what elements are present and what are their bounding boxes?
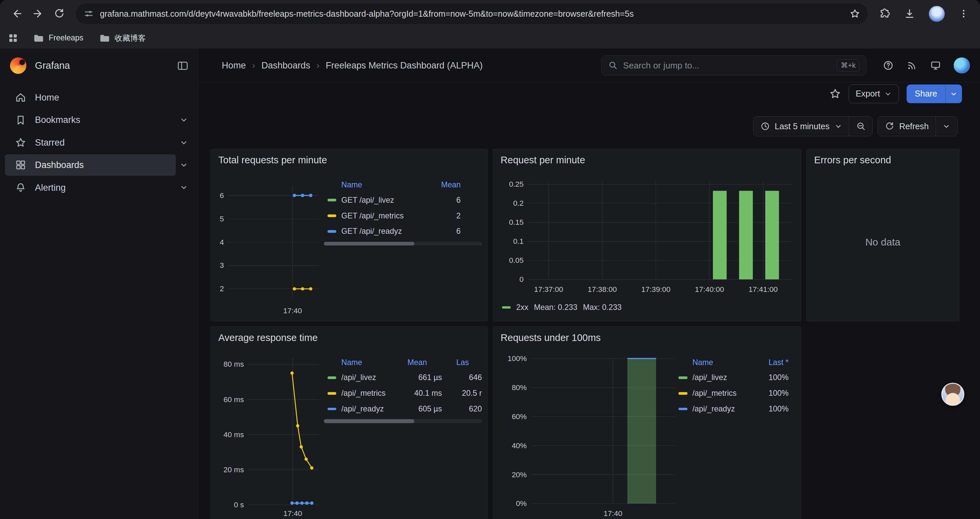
- bookmark-folder-freeleaps[interactable]: Freeleaps: [34, 34, 83, 42]
- column-header-mean[interactable]: Mean: [423, 180, 461, 189]
- column-header-last[interactable]: Las: [432, 358, 482, 367]
- sidebar-item-alerting[interactable]: Alerting: [5, 177, 176, 198]
- panel-title[interactable]: Total requests per minute: [211, 149, 334, 172]
- sidebar-item-dashboards[interactable]: Dashboards: [5, 154, 176, 176]
- search-box[interactable]: ⌘+k: [601, 55, 866, 76]
- breadcrumb-dashboards[interactable]: Dashboards: [261, 60, 310, 71]
- rss-icon[interactable]: [906, 60, 918, 71]
- breadcrumb-current: Freeleaps Metrics Dashboard (ALPHA): [326, 60, 483, 71]
- help-icon[interactable]: [883, 60, 894, 71]
- refresh-interval-dropdown[interactable]: [935, 117, 957, 136]
- series-last: 100%: [756, 389, 789, 398]
- dashboard-grid: Total requests per minute 6543217:40 Nam…: [210, 149, 980, 519]
- svg-text:6: 6: [220, 191, 224, 200]
- panel-title[interactable]: Request per minute: [493, 149, 592, 172]
- series-name: GET /api/_livez: [341, 196, 418, 205]
- legend-row[interactable]: GET /api/_readyz 6: [324, 224, 482, 239]
- chevron-down-icon[interactable]: [176, 177, 192, 198]
- column-header-name[interactable]: Name: [341, 358, 379, 367]
- legend-row[interactable]: GET /api/_metrics 2: [324, 208, 482, 224]
- svg-text:40 ms: 40 ms: [223, 431, 244, 439]
- forward-button[interactable]: [27, 3, 49, 24]
- export-button[interactable]: Export: [849, 85, 899, 103]
- request-per-minute-chart[interactable]: 0.250.20.150.10.05017:37:0017:38:0017:39…: [493, 149, 801, 322]
- sidebar-item-bookmarks[interactable]: Bookmarks: [5, 110, 176, 131]
- apps-grid-icon[interactable]: [9, 34, 18, 42]
- series-color-dash: [502, 306, 511, 308]
- search-icon: [608, 61, 618, 70]
- dock-menu-button[interactable]: [177, 61, 188, 71]
- chevron-down-icon[interactable]: [176, 154, 192, 176]
- star-icon: [15, 137, 26, 148]
- user-avatar[interactable]: [954, 57, 970, 74]
- sidebar-item-label: Starred: [35, 137, 65, 148]
- browser-menu-icon[interactable]: [959, 9, 969, 19]
- legend[interactable]: 2xx Mean: 0.233 Max: 0.233: [502, 303, 622, 312]
- legend-row[interactable]: /api/_readyz 605 µs 620: [324, 401, 482, 417]
- series-name: /api/_livez: [341, 373, 394, 382]
- series-color-dash: [678, 392, 687, 394]
- horizontal-scrollbar[interactable]: [324, 242, 482, 246]
- series-color-dash: [328, 408, 336, 410]
- series-name: /api/_readyz: [692, 404, 751, 414]
- breadcrumb-home[interactable]: Home: [222, 60, 246, 71]
- browser-toolbar: [0, 0, 980, 27]
- column-header-last[interactable]: Last *: [756, 358, 789, 367]
- legend-row[interactable]: GET /api/_livez 6: [324, 192, 482, 208]
- legend-row[interactable]: /api/_readyz 100%: [678, 401, 789, 417]
- panel-request-per-minute: Request per minute 0.250.20.150.10.05017…: [493, 149, 801, 322]
- panel-title[interactable]: Errors per second: [807, 149, 899, 172]
- panel-requests-under-100ms: Requests under 100ms 100%80%60%40%20%0%1…: [493, 326, 801, 519]
- series-mean: 661 µs: [399, 373, 442, 382]
- time-range-picker[interactable]: Last 5 minutes: [754, 117, 849, 136]
- share-dropdown-button[interactable]: [945, 85, 962, 103]
- legend-row[interactable]: /api/_livez 661 µs 646: [324, 370, 482, 386]
- chevron-down-icon[interactable]: [176, 110, 192, 131]
- dashboard-actions: Export Share: [199, 83, 980, 105]
- url-bar[interactable]: [76, 3, 868, 24]
- grafana-logo[interactable]: [10, 57, 26, 74]
- browser-profile-avatar[interactable]: [929, 6, 945, 22]
- svg-text:60%: 60%: [512, 412, 527, 421]
- floating-assistant-avatar[interactable]: [941, 383, 964, 406]
- svg-text:20%: 20%: [512, 471, 527, 479]
- bookmark-folder-blogs[interactable]: 收藏博客: [100, 33, 146, 43]
- share-button[interactable]: Share: [907, 85, 945, 103]
- series-last: 100%: [756, 404, 789, 414]
- download-icon[interactable]: [904, 8, 915, 19]
- scrollbar-thumb[interactable]: [324, 419, 415, 423]
- legend-row[interactable]: /api/_livez 100%: [678, 370, 789, 386]
- horizontal-scrollbar[interactable]: [324, 419, 482, 423]
- panel-total-requests: Total requests per minute 6543217:40 Nam…: [210, 149, 488, 322]
- sidebar-item-starred[interactable]: Starred: [5, 132, 176, 153]
- bookmark-star-icon[interactable]: [850, 8, 860, 19]
- url-input[interactable]: [100, 9, 843, 19]
- no-data-message: No data: [865, 236, 900, 248]
- reload-button[interactable]: [49, 3, 70, 24]
- monitor-icon[interactable]: [930, 60, 941, 71]
- back-button[interactable]: [6, 3, 28, 24]
- bell-icon: [15, 182, 26, 193]
- refresh-button[interactable]: Refresh: [878, 117, 935, 136]
- favorite-star-icon[interactable]: [829, 88, 841, 100]
- legend-row[interactable]: /api/_metrics 40.1 ms 20.5 r: [324, 385, 482, 401]
- forward-icon: [32, 8, 44, 19]
- column-header-name[interactable]: Name: [692, 358, 751, 367]
- zoom-out-button[interactable]: [849, 117, 872, 136]
- series-name: /api/_metrics: [692, 389, 751, 398]
- site-info-icon[interactable]: [84, 9, 94, 19]
- panel-title[interactable]: Requests under 100ms: [493, 327, 608, 349]
- column-header-mean[interactable]: Mean: [385, 358, 427, 367]
- sidebar-item-home[interactable]: Home: [5, 87, 192, 108]
- series-last: 620: [447, 404, 482, 414]
- series-color-dash: [328, 199, 336, 201]
- scrollbar-thumb[interactable]: [324, 242, 415, 246]
- legend-row[interactable]: /api/_metrics 100%: [678, 385, 789, 401]
- series-mean: 605 µs: [399, 404, 442, 414]
- grafana-header: Home › Dashboards › Freeleaps Metrics Da…: [199, 49, 980, 83]
- search-input[interactable]: [623, 61, 832, 71]
- extensions-icon[interactable]: [879, 8, 890, 19]
- chevron-down-icon[interactable]: [176, 132, 192, 153]
- panel-title[interactable]: Average response time: [211, 327, 325, 349]
- column-header-name[interactable]: Name: [341, 180, 418, 189]
